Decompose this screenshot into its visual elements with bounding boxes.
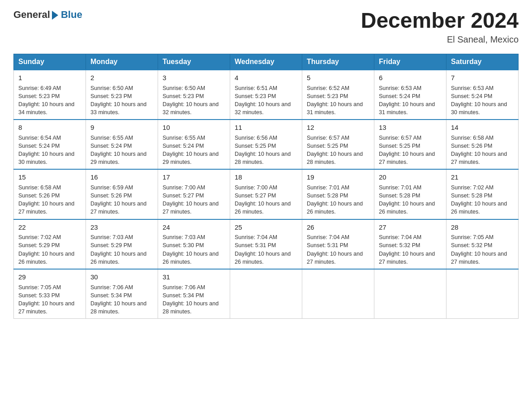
week-row-2: 8Sunrise: 6:54 AMSunset: 5:24 PMDaylight… — [14, 120, 519, 169]
day-number: 1 — [18, 73, 81, 83]
day-info: Sunrise: 6:56 AMSunset: 5:25 PMDaylight:… — [235, 134, 297, 167]
day-number: 25 — [235, 223, 297, 232]
page-header: General Blue December 2024 El Saneal, Me… — [13, 9, 519, 45]
day-info: Sunrise: 7:04 AMSunset: 5:31 PMDaylight:… — [235, 233, 297, 266]
day-number: 8 — [18, 123, 81, 133]
day-info: Sunrise: 6:50 AMSunset: 5:23 PMDaylight:… — [163, 84, 225, 117]
day-number: 28 — [451, 223, 514, 232]
day-info: Sunrise: 6:51 AMSunset: 5:23 PMDaylight:… — [235, 84, 297, 117]
day-info: Sunrise: 7:06 AMSunset: 5:34 PMDaylight:… — [163, 283, 225, 316]
calendar-cell: 14Sunrise: 6:58 AMSunset: 5:26 PMDayligh… — [446, 120, 519, 169]
title-block: December 2024 El Saneal, Mexico — [361, 9, 519, 45]
day-number: 24 — [163, 223, 225, 232]
day-number: 30 — [90, 272, 153, 282]
day-number: 3 — [163, 73, 225, 83]
day-info: Sunrise: 7:06 AMSunset: 5:34 PMDaylight:… — [90, 283, 153, 316]
week-row-3: 15Sunrise: 6:58 AMSunset: 5:26 PMDayligh… — [14, 169, 519, 219]
logo-text-blue: Blue — [61, 9, 82, 21]
day-number: 14 — [451, 123, 514, 133]
calendar-table: SundayMondayTuesdayWednesdayThursdayFrid… — [13, 54, 519, 319]
calendar-cell: 5Sunrise: 6:52 AMSunset: 5:23 PMDaylight… — [302, 70, 374, 120]
day-number: 16 — [90, 172, 153, 182]
day-info: Sunrise: 6:59 AMSunset: 5:26 PMDaylight:… — [90, 184, 153, 216]
location-subtitle: El Saneal, Mexico — [361, 34, 519, 45]
day-number: 31 — [163, 272, 225, 282]
weekday-header-friday: Friday — [374, 54, 446, 70]
day-info: Sunrise: 6:58 AMSunset: 5:26 PMDaylight:… — [451, 134, 514, 167]
day-number: 4 — [235, 73, 297, 83]
day-number: 17 — [163, 172, 225, 182]
day-info: Sunrise: 7:04 AMSunset: 5:31 PMDaylight:… — [307, 233, 369, 266]
calendar-cell: 19Sunrise: 7:01 AMSunset: 5:28 PMDayligh… — [302, 169, 374, 219]
calendar-cell: 4Sunrise: 6:51 AMSunset: 5:23 PMDaylight… — [230, 70, 302, 120]
weekday-header-wednesday: Wednesday — [230, 54, 302, 70]
day-info: Sunrise: 6:49 AMSunset: 5:23 PMDaylight:… — [18, 84, 81, 117]
weekday-header-row: SundayMondayTuesdayWednesdayThursdayFrid… — [14, 54, 519, 70]
calendar-cell: 21Sunrise: 7:02 AMSunset: 5:28 PMDayligh… — [446, 169, 519, 219]
day-number: 5 — [307, 73, 369, 83]
day-number: 9 — [90, 123, 153, 133]
day-number: 21 — [451, 172, 514, 182]
day-info: Sunrise: 7:00 AMSunset: 5:27 PMDaylight:… — [163, 184, 225, 216]
calendar-cell: 6Sunrise: 6:53 AMSunset: 5:24 PMDaylight… — [374, 70, 446, 120]
day-number: 27 — [379, 223, 442, 232]
day-info: Sunrise: 7:01 AMSunset: 5:28 PMDaylight:… — [307, 184, 369, 216]
day-info: Sunrise: 7:04 AMSunset: 5:32 PMDaylight:… — [379, 233, 442, 266]
day-info: Sunrise: 6:57 AMSunset: 5:25 PMDaylight:… — [379, 134, 442, 167]
day-number: 19 — [307, 172, 369, 182]
day-info: Sunrise: 6:58 AMSunset: 5:26 PMDaylight:… — [18, 184, 81, 216]
calendar-cell: 25Sunrise: 7:04 AMSunset: 5:31 PMDayligh… — [230, 219, 302, 269]
day-info: Sunrise: 7:00 AMSunset: 5:27 PMDaylight:… — [235, 184, 297, 216]
weekday-header-tuesday: Tuesday — [158, 54, 230, 70]
day-info: Sunrise: 6:50 AMSunset: 5:23 PMDaylight:… — [90, 84, 153, 117]
day-info: Sunrise: 7:02 AMSunset: 5:28 PMDaylight:… — [451, 184, 514, 216]
calendar-cell: 3Sunrise: 6:50 AMSunset: 5:23 PMDaylight… — [158, 70, 230, 120]
day-number: 7 — [451, 73, 514, 83]
calendar-cell: 12Sunrise: 6:57 AMSunset: 5:25 PMDayligh… — [302, 120, 374, 169]
calendar-cell: 1Sunrise: 6:49 AMSunset: 5:23 PMDaylight… — [14, 70, 86, 120]
logo-text-general: General — [13, 9, 50, 21]
calendar-cell: 16Sunrise: 6:59 AMSunset: 5:26 PMDayligh… — [86, 169, 158, 219]
calendar-cell — [374, 269, 446, 319]
calendar-cell: 23Sunrise: 7:03 AMSunset: 5:29 PMDayligh… — [86, 219, 158, 269]
day-number: 12 — [307, 123, 369, 133]
day-number: 18 — [235, 172, 297, 182]
calendar-cell: 11Sunrise: 6:56 AMSunset: 5:25 PMDayligh… — [230, 120, 302, 169]
month-year-title: December 2024 — [361, 9, 519, 33]
day-info: Sunrise: 6:57 AMSunset: 5:25 PMDaylight:… — [307, 134, 369, 167]
weekday-header-monday: Monday — [86, 54, 158, 70]
day-info: Sunrise: 6:54 AMSunset: 5:24 PMDaylight:… — [18, 134, 81, 167]
day-number: 13 — [379, 123, 442, 133]
day-info: Sunrise: 7:03 AMSunset: 5:29 PMDaylight:… — [90, 233, 153, 266]
calendar-cell: 2Sunrise: 6:50 AMSunset: 5:23 PMDaylight… — [86, 70, 158, 120]
weekday-header-saturday: Saturday — [446, 54, 519, 70]
day-number: 20 — [379, 172, 442, 182]
calendar-cell: 29Sunrise: 7:05 AMSunset: 5:33 PMDayligh… — [14, 269, 86, 319]
day-info: Sunrise: 7:03 AMSunset: 5:30 PMDaylight:… — [163, 233, 225, 266]
day-info: Sunrise: 6:53 AMSunset: 5:24 PMDaylight:… — [451, 84, 514, 117]
calendar-cell: 28Sunrise: 7:05 AMSunset: 5:32 PMDayligh… — [446, 219, 519, 269]
day-number: 10 — [163, 123, 225, 133]
day-number: 22 — [18, 223, 81, 232]
weekday-header-sunday: Sunday — [14, 54, 86, 70]
calendar-cell: 7Sunrise: 6:53 AMSunset: 5:24 PMDaylight… — [446, 70, 519, 120]
calendar-cell — [302, 269, 374, 319]
calendar-cell: 9Sunrise: 6:55 AMSunset: 5:24 PMDaylight… — [86, 120, 158, 169]
day-info: Sunrise: 6:55 AMSunset: 5:24 PMDaylight:… — [90, 134, 153, 167]
calendar-cell: 24Sunrise: 7:03 AMSunset: 5:30 PMDayligh… — [158, 219, 230, 269]
day-number: 2 — [90, 73, 153, 83]
day-number: 23 — [90, 223, 153, 232]
calendar-cell — [230, 269, 302, 319]
calendar-cell: 30Sunrise: 7:06 AMSunset: 5:34 PMDayligh… — [86, 269, 158, 319]
day-info: Sunrise: 7:01 AMSunset: 5:28 PMDaylight:… — [379, 184, 442, 216]
calendar-cell: 20Sunrise: 7:01 AMSunset: 5:28 PMDayligh… — [374, 169, 446, 219]
calendar-cell — [446, 269, 519, 319]
calendar-cell: 18Sunrise: 7:00 AMSunset: 5:27 PMDayligh… — [230, 169, 302, 219]
week-row-1: 1Sunrise: 6:49 AMSunset: 5:23 PMDaylight… — [14, 70, 519, 120]
day-number: 29 — [18, 272, 81, 282]
calendar-cell: 10Sunrise: 6:55 AMSunset: 5:24 PMDayligh… — [158, 120, 230, 169]
calendar-cell: 17Sunrise: 7:00 AMSunset: 5:27 PMDayligh… — [158, 169, 230, 219]
calendar-cell: 31Sunrise: 7:06 AMSunset: 5:34 PMDayligh… — [158, 269, 230, 319]
calendar-cell: 26Sunrise: 7:04 AMSunset: 5:31 PMDayligh… — [302, 219, 374, 269]
weekday-header-thursday: Thursday — [302, 54, 374, 70]
